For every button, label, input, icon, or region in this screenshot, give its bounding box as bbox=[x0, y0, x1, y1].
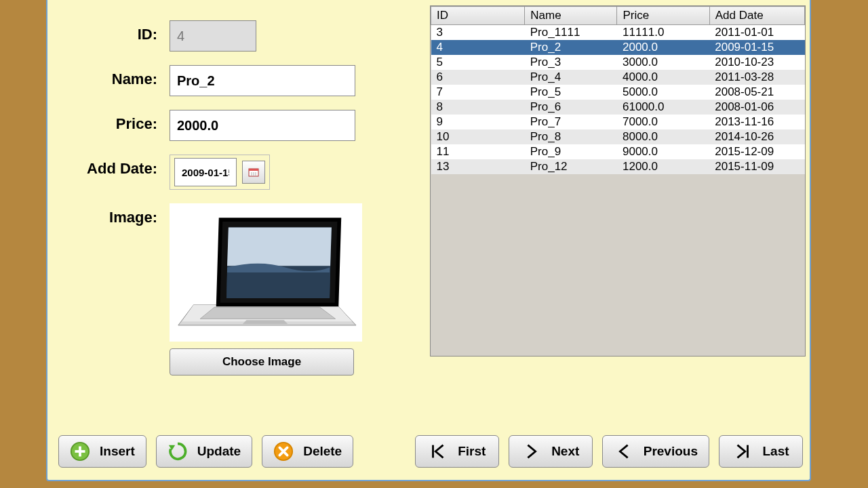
id-field bbox=[170, 20, 256, 52]
cell-date: 2011-03-28 bbox=[709, 70, 804, 85]
date-label: Add Date: bbox=[68, 155, 170, 178]
calendar-icon bbox=[248, 167, 259, 177]
svg-rect-1 bbox=[249, 169, 258, 171]
update-button[interactable]: Update bbox=[156, 435, 252, 468]
svg-rect-15 bbox=[75, 450, 85, 453]
cell-date: 2009-01-15 bbox=[709, 40, 804, 55]
table-row[interactable]: 7Pro_55000.02008-05-21 bbox=[431, 85, 805, 100]
next-button[interactable]: Next bbox=[509, 435, 593, 468]
delete-button[interactable]: Delete bbox=[262, 435, 353, 468]
table-row[interactable]: 5Pro_33000.02010-10-23 bbox=[431, 55, 805, 70]
cell-date: 2014-10-26 bbox=[709, 129, 804, 144]
cell-price: 11111.0 bbox=[617, 25, 709, 41]
cell-date: 2008-05-21 bbox=[709, 85, 804, 100]
table-row[interactable]: 13Pro_121200.02015-11-09 bbox=[431, 159, 805, 174]
cell-id: 13 bbox=[431, 159, 525, 174]
cell-price: 61000.0 bbox=[617, 100, 709, 115]
svg-marker-8 bbox=[243, 320, 288, 324]
cell-date: 2015-11-09 bbox=[709, 159, 804, 174]
previous-button[interactable]: Previous bbox=[602, 435, 709, 468]
cell-price: 9000.0 bbox=[617, 144, 709, 159]
cell-price: 8000.0 bbox=[617, 129, 709, 144]
table-row[interactable]: 10Pro_88000.02014-10-26 bbox=[431, 129, 805, 144]
cell-date: 2015-12-09 bbox=[709, 144, 804, 159]
cell-name: Pro_8 bbox=[525, 129, 617, 144]
cell-price: 4000.0 bbox=[617, 70, 709, 85]
product-table[interactable]: ID Name Price Add Date 3Pro_111111111.02… bbox=[430, 5, 806, 357]
col-price[interactable]: Price bbox=[617, 7, 709, 25]
cell-id: 8 bbox=[431, 100, 525, 115]
cell-id: 7 bbox=[431, 85, 525, 100]
main-panel: ID: Name: Price: Add Date: bbox=[46, 0, 811, 481]
col-date[interactable]: Add Date bbox=[709, 7, 804, 25]
cell-id: 6 bbox=[431, 70, 525, 85]
price-field[interactable] bbox=[170, 110, 355, 141]
price-label: Price: bbox=[68, 110, 170, 133]
product-image bbox=[170, 203, 362, 342]
name-label: Name: bbox=[68, 65, 170, 88]
cell-price: 3000.0 bbox=[617, 55, 709, 70]
cell-price: 1200.0 bbox=[617, 159, 709, 174]
first-icon bbox=[428, 441, 448, 462]
cell-name: Pro_1111 bbox=[525, 25, 617, 41]
next-icon bbox=[521, 441, 542, 462]
name-field[interactable] bbox=[170, 65, 355, 96]
cell-price: 2000.0 bbox=[617, 40, 709, 55]
last-button[interactable]: Last bbox=[719, 435, 803, 468]
delete-icon bbox=[273, 441, 294, 462]
table-row[interactable]: 11Pro_99000.02015-12-09 bbox=[431, 144, 805, 159]
button-row: Insert Update Delete First Next Previous… bbox=[58, 435, 803, 468]
cell-id: 4 bbox=[431, 40, 525, 55]
cell-id: 10 bbox=[431, 129, 525, 144]
table-row[interactable]: 3Pro_111111111.02011-01-01 bbox=[431, 25, 805, 41]
cell-date: 2013-11-16 bbox=[709, 115, 804, 129]
table-row[interactable]: 9Pro_77000.02013-11-16 bbox=[431, 115, 805, 129]
date-picker-button[interactable] bbox=[242, 161, 265, 184]
svg-marker-7 bbox=[200, 307, 336, 319]
table-row[interactable]: 8Pro_661000.02008-01-06 bbox=[431, 100, 805, 115]
first-button[interactable]: First bbox=[415, 435, 499, 468]
cell-name: Pro_7 bbox=[525, 115, 617, 129]
cell-id: 9 bbox=[431, 115, 525, 129]
image-label: Image: bbox=[68, 203, 170, 226]
cell-name: Pro_4 bbox=[525, 70, 617, 85]
id-label: ID: bbox=[68, 20, 170, 43]
form-area: ID: Name: Price: Add Date: bbox=[68, 20, 420, 389]
cell-name: Pro_5 bbox=[525, 85, 617, 100]
cell-id: 11 bbox=[431, 144, 525, 159]
svg-marker-11 bbox=[227, 228, 332, 266]
table-row[interactable]: 6Pro_44000.02011-03-28 bbox=[431, 70, 805, 85]
cell-id: 3 bbox=[431, 25, 525, 41]
plus-icon bbox=[70, 441, 90, 462]
cell-price: 5000.0 bbox=[617, 85, 709, 100]
cell-name: Pro_9 bbox=[525, 144, 617, 159]
previous-icon bbox=[614, 441, 634, 462]
cell-id: 5 bbox=[431, 55, 525, 70]
refresh-icon bbox=[167, 441, 188, 462]
col-id[interactable]: ID bbox=[431, 7, 525, 25]
date-wrap bbox=[170, 155, 270, 190]
cell-name: Pro_12 bbox=[525, 159, 617, 174]
col-name[interactable]: Name bbox=[525, 7, 617, 25]
cell-name: Pro_2 bbox=[525, 40, 617, 55]
choose-image-button[interactable]: Choose Image bbox=[170, 348, 354, 375]
insert-button[interactable]: Insert bbox=[58, 435, 146, 468]
cell-date: 2010-10-23 bbox=[709, 55, 804, 70]
date-field[interactable] bbox=[174, 158, 237, 186]
cell-name: Pro_6 bbox=[525, 100, 617, 115]
cell-name: Pro_3 bbox=[525, 55, 617, 70]
table-header-row: ID Name Price Add Date bbox=[431, 7, 805, 25]
cell-date: 2008-01-06 bbox=[709, 100, 804, 115]
cell-date: 2011-01-01 bbox=[709, 25, 804, 41]
cell-price: 7000.0 bbox=[617, 115, 709, 129]
table-row[interactable]: 4Pro_22000.02009-01-15 bbox=[431, 40, 805, 55]
last-icon bbox=[732, 441, 753, 462]
